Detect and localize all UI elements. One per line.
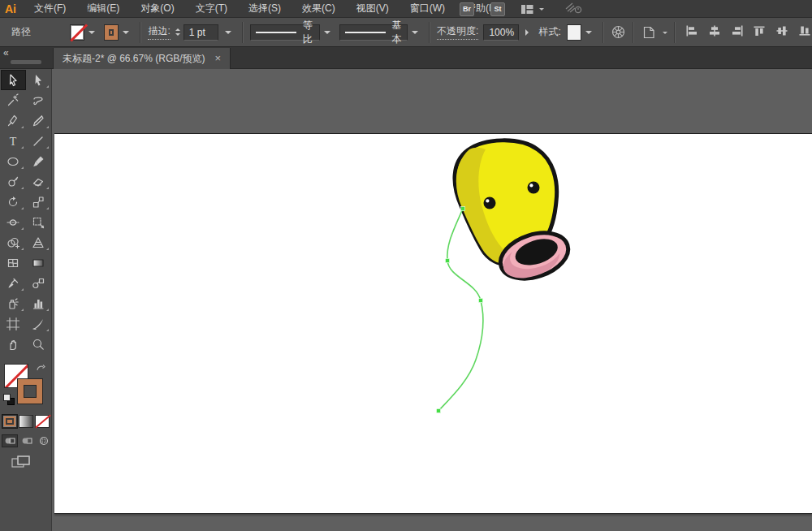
swap-fill-stroke-icon[interactable] xyxy=(36,363,47,378)
tool-ellipse[interactable] xyxy=(1,151,26,171)
divider xyxy=(429,22,430,43)
stroke-weight-stepper[interactable] xyxy=(175,28,180,36)
tool-width[interactable] xyxy=(1,212,26,232)
stroke-weight-field[interactable]: 1 pt xyxy=(184,24,218,41)
tool-calligraphy-pen[interactable] xyxy=(26,110,51,131)
menu-effect[interactable]: 效果(C) xyxy=(292,0,346,17)
tool-blend[interactable] xyxy=(26,273,51,293)
menu-file[interactable]: 文件(F) xyxy=(24,0,76,17)
brush-preview xyxy=(345,32,386,33)
opacity-label[interactable]: 不透明度: xyxy=(437,24,478,40)
brush-chevron-icon[interactable] xyxy=(412,31,418,37)
menu-window[interactable]: 窗口(W) xyxy=(400,0,456,17)
tools-grid: T xyxy=(0,69,51,354)
width-profile-dropdown[interactable]: 等比 xyxy=(250,24,320,41)
tools-panel: T xyxy=(0,69,52,531)
style-label: 样式: xyxy=(538,25,560,39)
tool-pencil[interactable] xyxy=(1,171,26,192)
fill-chevron-icon[interactable] xyxy=(89,31,95,37)
fill-stroke-cluster xyxy=(0,361,52,459)
paint-mode-buttons xyxy=(2,415,50,428)
align-bottom-icon[interactable] xyxy=(799,25,812,39)
document-setup-chevron-icon[interactable] xyxy=(663,32,667,37)
menu-object[interactable]: 对象(O) xyxy=(130,0,184,17)
drawing-mode-buttons xyxy=(2,434,52,447)
draw-normal-button[interactable] xyxy=(2,434,18,447)
tool-magic-wand[interactable] xyxy=(1,90,26,110)
tool-type[interactable]: T xyxy=(1,131,26,151)
opacity-flyout-icon[interactable] xyxy=(525,29,532,36)
draw-behind-button[interactable] xyxy=(19,434,35,447)
cs-live-icon[interactable] xyxy=(565,2,583,16)
screen-mode-button[interactable] xyxy=(11,455,32,473)
control-bar: 路径 描边: 1 pt 等比 基本 不透明度: 100% 样式: xyxy=(0,18,812,47)
align-top-icon[interactable] xyxy=(754,25,767,39)
stroke-weight-label[interactable]: 描边: xyxy=(148,24,170,40)
divider xyxy=(633,22,634,43)
document-setup-icon[interactable] xyxy=(641,24,657,41)
tool-hand[interactable] xyxy=(1,334,26,354)
tool-shape-builder[interactable] xyxy=(1,232,26,253)
bridge-button[interactable]: Br xyxy=(460,2,474,16)
stroke-swatch-active[interactable] xyxy=(17,378,43,404)
workspace-switcher-button[interactable] xyxy=(521,4,544,15)
style-chevron-icon[interactable] xyxy=(585,31,592,37)
none-button[interactable] xyxy=(35,415,50,428)
default-fill-stroke-icon[interactable] xyxy=(3,394,15,405)
tool-column-graph[interactable] xyxy=(26,293,51,313)
tool-selection[interactable] xyxy=(1,70,26,90)
tool-slice[interactable] xyxy=(26,313,51,334)
artwork[interactable] xyxy=(422,134,585,422)
align-center-horizontal-icon[interactable] xyxy=(708,25,721,39)
tool-symbol-sprayer[interactable] xyxy=(1,293,26,313)
tool-perspective-grid[interactable] xyxy=(26,232,51,253)
stroke-color-swatch[interactable] xyxy=(104,24,119,41)
width-profile-chevron-icon[interactable] xyxy=(324,31,330,37)
tab-strip: « 未标题-2* @ 66.67% (RGB/预览) × xyxy=(0,47,812,69)
brush-dropdown[interactable]: 基本 xyxy=(339,24,408,41)
tool-scale[interactable] xyxy=(26,192,51,212)
divider xyxy=(674,22,676,43)
svg-text:T: T xyxy=(10,135,17,147)
menu-view[interactable]: 视图(V) xyxy=(346,0,400,17)
tool-pen[interactable] xyxy=(1,110,26,131)
stroke-profile-preview xyxy=(256,32,296,33)
divider xyxy=(140,22,141,43)
menu-type[interactable]: 文字(T) xyxy=(185,0,238,17)
document-tab-title: 未标题-2* @ 66.67% (RGB/预览) xyxy=(63,52,205,66)
draw-inside-button[interactable] xyxy=(36,434,52,447)
tool-eyedropper[interactable] xyxy=(1,273,26,293)
stroke-weight-dropdown-icon[interactable] xyxy=(225,31,231,37)
toolbar-collapse-button[interactable]: « xyxy=(3,47,9,58)
color-button[interactable] xyxy=(2,415,17,428)
menu-edit[interactable]: 编辑(E) xyxy=(76,0,130,17)
divider xyxy=(603,22,604,43)
align-center-vertical-icon[interactable] xyxy=(776,25,789,39)
style-swatch[interactable] xyxy=(567,24,581,41)
tool-mesh[interactable] xyxy=(1,253,26,273)
menu-select[interactable]: 选择(S) xyxy=(238,0,292,17)
tool-zoom[interactable] xyxy=(26,334,51,354)
tool-paintbrush[interactable] xyxy=(26,151,51,171)
tool-lasso[interactable] xyxy=(26,90,51,110)
tool-gradient[interactable] xyxy=(26,253,51,273)
tool-free-transform[interactable] xyxy=(26,212,51,232)
toolbar-grip[interactable] xyxy=(11,60,41,64)
gradient-button[interactable] xyxy=(19,415,33,428)
recolor-artwork-icon[interactable] xyxy=(611,24,626,40)
tool-direct-selection[interactable] xyxy=(26,70,51,90)
fill-color-swatch[interactable] xyxy=(70,24,84,41)
chevron-down-icon xyxy=(539,8,544,13)
tab-close-icon[interactable]: × xyxy=(215,54,222,63)
tool-eraser[interactable] xyxy=(26,171,51,192)
tool-rotate[interactable] xyxy=(1,192,26,212)
opacity-field[interactable]: 100% xyxy=(483,24,519,41)
stock-button[interactable]: St xyxy=(490,2,505,16)
document-tab[interactable]: 未标题-2* @ 66.67% (RGB/预览) × xyxy=(53,48,231,69)
tool-line-segment[interactable] xyxy=(26,131,51,151)
tool-artboard[interactable] xyxy=(1,313,26,334)
stroke-chevron-icon[interactable] xyxy=(123,31,129,37)
divider xyxy=(242,22,244,43)
align-right-icon[interactable] xyxy=(731,25,744,39)
align-left-icon[interactable] xyxy=(685,25,698,39)
